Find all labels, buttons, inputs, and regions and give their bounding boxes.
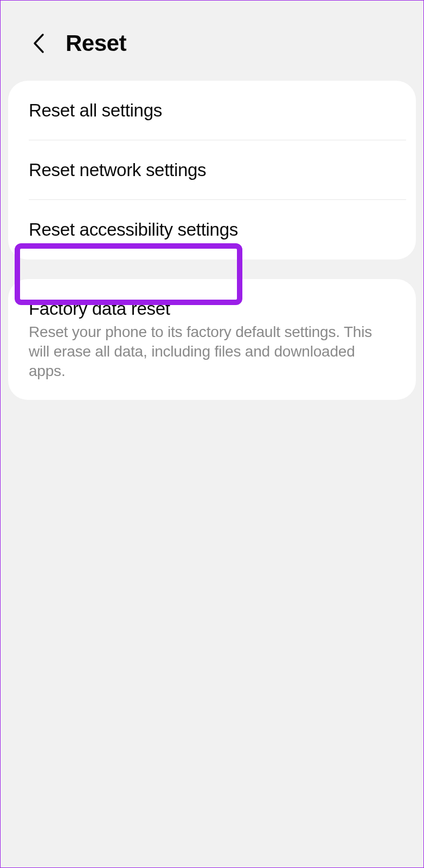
reset-network-settings-item[interactable]: Reset network settings xyxy=(8,140,416,200)
list-item-description: Reset your phone to its factory default … xyxy=(29,322,395,380)
chevron-left-icon xyxy=(33,33,44,54)
reset-options-card: Reset all settings Reset network setting… xyxy=(8,81,416,260)
list-item-label: Reset accessibility settings xyxy=(29,219,395,240)
reset-accessibility-settings-item[interactable]: Reset accessibility settings xyxy=(8,200,416,260)
header: Reset xyxy=(1,1,423,81)
factory-reset-card: Factory data reset Reset your phone to i… xyxy=(8,279,416,400)
list-item-label: Reset all settings xyxy=(29,100,395,121)
page-title: Reset xyxy=(66,30,126,56)
reset-all-settings-item[interactable]: Reset all settings xyxy=(8,81,416,140)
list-item-label: Reset network settings xyxy=(29,160,395,180)
back-button[interactable] xyxy=(28,33,49,54)
factory-data-reset-item[interactable]: Factory data reset Reset your phone to i… xyxy=(8,279,416,400)
content-area: Reset all settings Reset network setting… xyxy=(1,81,423,400)
list-item-label: Factory data reset xyxy=(29,299,395,319)
